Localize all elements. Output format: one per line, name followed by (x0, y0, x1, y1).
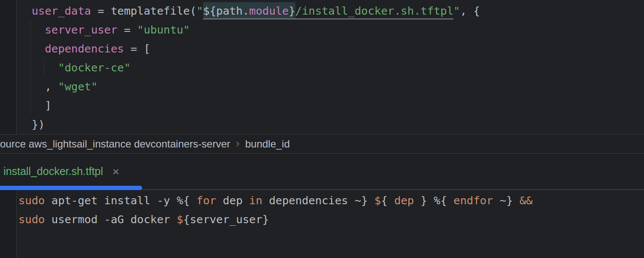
close-icon[interactable]: ✕ (112, 166, 120, 176)
code-token: $ (176, 213, 183, 226)
editor-tab-bar: install_docker.sh.tftpl ✕ (0, 154, 644, 190)
chevron-right-icon: › (236, 137, 240, 150)
code-token: $ (374, 194, 381, 207)
editor-gutter (0, 190, 17, 258)
code-token: }) (18, 118, 45, 131)
code-line: dependencies = [ (18, 39, 644, 58)
breadcrumb: ource aws_lightsail_instance devcontaine… (0, 135, 644, 154)
code-token: module (249, 2, 289, 19)
code-token: ${path. (203, 2, 249, 19)
code-token: usermod -aG docker (45, 213, 176, 226)
code-token: in (249, 194, 262, 207)
code-token (18, 42, 45, 55)
tab-label: install_docker.sh.tftpl (3, 165, 103, 178)
ide-window: user_data = templatefile("${path.module}… (0, 0, 644, 258)
code-token: } (289, 2, 295, 19)
template-code-area[interactable]: sudo apt-get install -y %{ for dep in de… (17, 190, 644, 258)
code-token: ] (18, 99, 52, 112)
indent-guide (30, 20, 31, 115)
tab-install-docker-sh-tftpl[interactable]: install_docker.sh.tftpl ✕ (3, 165, 120, 178)
code-token: " (197, 4, 203, 17)
code-token: {server_user} (183, 213, 269, 226)
code-token: " (453, 4, 460, 17)
breadcrumb-item-resource[interactable]: ource aws_lightsail_instance devcontaine… (0, 138, 230, 150)
code-token: dependencies (45, 42, 124, 55)
code-token: , { (460, 4, 480, 17)
code-token (18, 61, 58, 74)
code-token: for (197, 194, 216, 207)
progress-bar (0, 186, 142, 190)
code-token: = templatefile( (91, 4, 197, 17)
code-token: "docker-ce" (58, 61, 131, 74)
template-editor-pane[interactable]: sudo apt-get install -y %{ for dep in de… (0, 190, 644, 258)
terraform-code-area[interactable]: user_data = templatefile("${path.module}… (17, 0, 644, 134)
code-line: server_user = "ubuntu" (18, 20, 644, 39)
code-token: = (117, 23, 137, 36)
code-token: dependencies ~} (262, 194, 374, 207)
code-token: sudo (18, 213, 45, 226)
code-token: sudo (18, 194, 45, 207)
code-line: sudo usermod -aG docker ${server_user} (18, 210, 644, 229)
code-token: = [ (124, 42, 150, 55)
code-line: "docker-ce" (18, 58, 644, 77)
indent-guide (44, 58, 44, 77)
code-line: ] (18, 96, 644, 115)
breadcrumb-item-bundle-id[interactable]: bundle_id (245, 138, 290, 150)
code-token: && (519, 194, 533, 207)
code-token (18, 4, 32, 17)
code-line: , "wget" (18, 77, 644, 96)
code-token: user_data (32, 4, 91, 17)
terraform-editor-pane[interactable]: user_data = templatefile("${path.module}… (0, 0, 644, 135)
code-token: dep (216, 194, 249, 207)
code-token: } %{ (414, 194, 453, 207)
code-token: "wget" (58, 80, 97, 93)
editor-gutter (0, 0, 17, 134)
code-token (18, 23, 45, 36)
code-line: }) (18, 115, 644, 134)
code-line: sudo apt-get install -y %{ for dep in de… (18, 191, 644, 210)
code-line: user_data = templatefile("${path.module}… (18, 1, 644, 20)
code-token: endfor (453, 194, 493, 207)
code-token: , (18, 80, 58, 93)
code-token: apt-get install -y %{ (45, 194, 196, 207)
code-token: "ubuntu" (137, 23, 190, 36)
code-token: /install_docker.sh.tftpl (295, 4, 453, 19)
code-token: ~} (493, 194, 519, 207)
code-token: dep (394, 194, 414, 207)
code-token: { (381, 194, 394, 207)
code-token: server_user (45, 23, 117, 36)
